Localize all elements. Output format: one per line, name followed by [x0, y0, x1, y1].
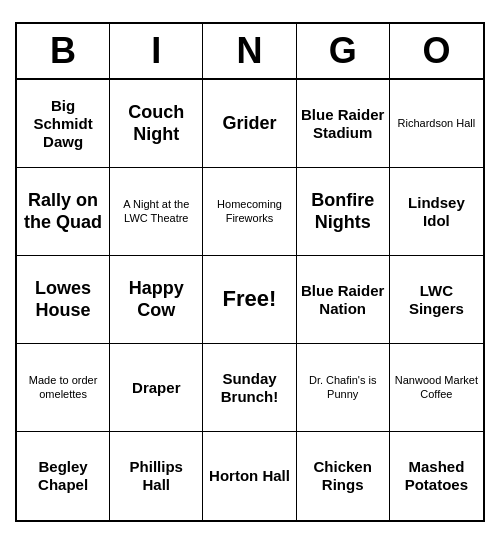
header-letter-I: I: [110, 24, 203, 78]
header-letter-N: N: [203, 24, 296, 78]
bingo-card: BINGO Big Schmidt DawgCouch NightGriderB…: [15, 22, 485, 522]
bingo-cell-17: Sunday Brunch!: [203, 344, 296, 432]
bingo-cell-11: Happy Cow: [110, 256, 203, 344]
bingo-cell-10: Lowes House: [17, 256, 110, 344]
bingo-header: BINGO: [17, 24, 483, 80]
bingo-cell-5: Rally on the Quad: [17, 168, 110, 256]
bingo-cell-21: Phillips Hall: [110, 432, 203, 520]
header-letter-B: B: [17, 24, 110, 78]
bingo-cell-9: Lindsey Idol: [390, 168, 483, 256]
bingo-cell-18: Dr. Chafin's is Punny: [297, 344, 390, 432]
bingo-cell-3: Blue Raider Stadium: [297, 80, 390, 168]
bingo-cell-12: Free!: [203, 256, 296, 344]
bingo-cell-1: Couch Night: [110, 80, 203, 168]
bingo-cell-4: Richardson Hall: [390, 80, 483, 168]
bingo-cell-15: Made to order omelettes: [17, 344, 110, 432]
bingo-cell-7: Homecoming Fireworks: [203, 168, 296, 256]
bingo-cell-24: Mashed Potatoes: [390, 432, 483, 520]
bingo-cell-19: Nanwood Market Coffee: [390, 344, 483, 432]
bingo-cell-13: Blue Raider Nation: [297, 256, 390, 344]
bingo-cell-16: Draper: [110, 344, 203, 432]
bingo-cell-23: Chicken Rings: [297, 432, 390, 520]
bingo-cell-0: Big Schmidt Dawg: [17, 80, 110, 168]
header-letter-G: G: [297, 24, 390, 78]
bingo-cell-20: Begley Chapel: [17, 432, 110, 520]
bingo-cell-14: LWC Singers: [390, 256, 483, 344]
bingo-cell-22: Horton Hall: [203, 432, 296, 520]
header-letter-O: O: [390, 24, 483, 78]
bingo-cell-2: Grider: [203, 80, 296, 168]
bingo-cell-6: A Night at the LWC Theatre: [110, 168, 203, 256]
bingo-cell-8: Bonfire Nights: [297, 168, 390, 256]
bingo-grid: Big Schmidt DawgCouch NightGriderBlue Ra…: [17, 80, 483, 520]
